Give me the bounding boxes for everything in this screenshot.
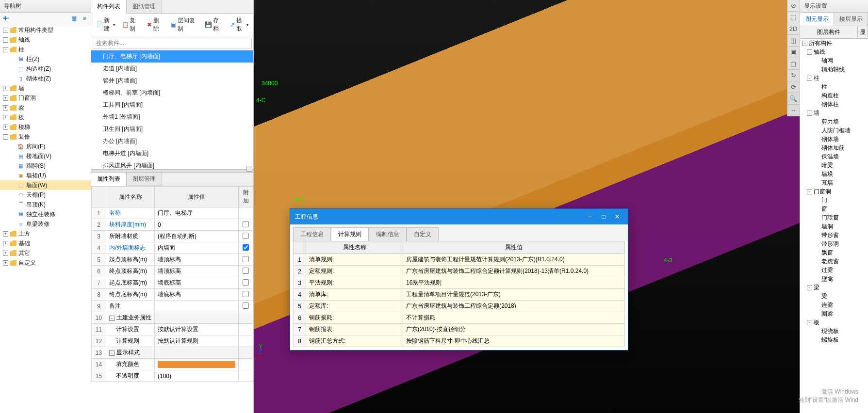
viewport-tool-button[interactable]: ↔ [787, 105, 799, 116]
display-tree-item[interactable]: 门联窗 [800, 213, 868, 222]
component-list-item[interactable]: 排风进风井 [内墙面] [91, 159, 253, 169]
property-checkbox[interactable] [243, 256, 249, 262]
property-value[interactable]: 墙底标高 [155, 277, 239, 289]
display-tree-item[interactable]: 飘窗 [800, 248, 868, 257]
property-tab[interactable]: 图层管理 [127, 173, 162, 186]
nav-tree-item[interactable]: +自定义 [0, 258, 91, 268]
property-row[interactable]: 13-显示样式 [92, 347, 253, 359]
expander-icon[interactable]: - [3, 47, 8, 52]
property-row[interactable]: 3所附墙材质(程序自动判断) [92, 231, 253, 242]
property-value[interactable]: 门厅、电梯厅 [155, 207, 239, 219]
property-row[interactable]: 4内/外墙面标志内墙面 [92, 242, 253, 254]
property-row[interactable]: 8终点底标高(m)墙底标高 [92, 289, 253, 301]
property-row[interactable]: 2块料厚度(mm)0 [92, 219, 253, 231]
expander-icon[interactable]: - [807, 49, 812, 55]
property-checkbox[interactable] [243, 221, 249, 227]
nav-tree-item[interactable]: -轴线 [0, 35, 91, 45]
viewport-tool-button[interactable]: ↻ [787, 70, 799, 81]
property-row[interactable]: 1名称门厅、电梯厅 [92, 207, 253, 219]
property-row[interactable]: 14填充颜色 [92, 359, 253, 370]
expander-icon[interactable]: + [3, 125, 8, 130]
property-value[interactable]: 0 [155, 219, 239, 231]
display-tree-item[interactable]: 连梁 [800, 301, 868, 309]
nav-tree-item[interactable]: +板 [0, 112, 91, 122]
expander-icon[interactable]: + [3, 105, 8, 111]
dialog-row[interactable]: 2定额规则:广东省房屋建筑与装饰工程综合定额计算规则(2018)-13清单(R1… [294, 266, 625, 277]
property-value[interactable] [155, 359, 239, 370]
display-tree-item[interactable]: 螺旋板 [800, 335, 868, 344]
display-tree-item[interactable]: 过梁 [800, 266, 868, 274]
expander-icon[interactable]: - [3, 28, 8, 33]
component-list-item[interactable]: 办公 [内墙面] [91, 135, 253, 147]
property-tab[interactable]: 属性列表 [91, 173, 127, 186]
display-tree-item[interactable]: 壁龛 [800, 274, 868, 283]
property-value[interactable]: 内墙面 [155, 242, 239, 254]
resize-bar[interactable] [91, 170, 253, 173]
viewport-tool-button[interactable]: ⬚ [787, 12, 799, 23]
display-tree-item[interactable]: 轴网 [800, 56, 868, 65]
display-tree-item[interactable]: 带形窗 [800, 231, 868, 239]
viewport-tool-button[interactable]: ◫ [787, 35, 799, 47]
nav-tree-item[interactable]: 🏛独立柱装修 [0, 209, 91, 219]
expander-icon[interactable]: + [3, 260, 8, 266]
display-tree-item[interactable]: -板 [800, 318, 868, 327]
property-checkbox[interactable] [243, 302, 249, 309]
property-row[interactable]: 7起点底标高(m)墙底标高 [92, 277, 253, 289]
nav-tree-item[interactable]: ◠天棚(P) [0, 190, 91, 200]
nav-tree-item[interactable]: -常用构件类型 [0, 25, 91, 35]
property-value[interactable] [155, 301, 239, 312]
toolbar-复制-button[interactable]: 📋复制 [119, 15, 142, 34]
expander-icon[interactable]: + [3, 251, 8, 256]
display-tree-item[interactable]: -门窗洞 [800, 187, 868, 196]
display-tree-item[interactable]: 带形洞 [800, 239, 868, 248]
display-tree-item[interactable]: 保温墙 [800, 152, 868, 161]
dialog-close-button[interactable]: ✕ [611, 212, 623, 222]
expand-icon[interactable]: - [109, 350, 115, 356]
dialog-row[interactable]: 3平法规则:16系平法规则 [294, 277, 625, 289]
dialog-tab[interactable]: 计算规则 [331, 227, 369, 241]
dialog-row[interactable]: 8钢筋汇总方式:按照钢筋下料尺寸-即中心线汇总 [294, 335, 625, 347]
expander-icon[interactable]: - [807, 320, 812, 325]
nav-tree-item[interactable]: -柱 [0, 45, 91, 54]
property-value[interactable]: 按默认计算规则 [155, 335, 239, 347]
expander-icon[interactable]: + [3, 95, 8, 101]
nav-tree-item[interactable]: 🏛柱(Z) [0, 54, 91, 64]
display-tree-item[interactable]: 门 [800, 196, 868, 205]
nav-tree-item[interactable]: ▔吊顶(K) [0, 200, 91, 209]
nav-tree-item[interactable]: ⬚构造柱(Z) [0, 64, 91, 74]
toolbar-删除-button[interactable]: ✖删除 [143, 15, 166, 34]
dialog-tab[interactable]: 工程信息 [293, 227, 331, 241]
nav-tool-grid-icon[interactable]: ▦ [69, 14, 79, 23]
property-value[interactable]: 按默认计算设置 [155, 324, 239, 335]
display-tree-item[interactable]: 墙垛 [800, 170, 868, 178]
dialog-row[interactable]: 6钢筋损耗:不计算损耗 [294, 312, 625, 324]
display-tree-item[interactable]: 梁 [800, 292, 868, 301]
property-value[interactable]: (100) [155, 370, 239, 382]
display-tree-item[interactable]: 人防门框墙 [800, 126, 868, 135]
nav-tree-item[interactable]: ▯砌体柱(Z) [0, 74, 91, 83]
dialog-titlebar[interactable]: 工程信息 ─ □ ✕ [290, 209, 628, 224]
viewport-tool-button[interactable]: 🔍 [787, 93, 799, 105]
property-checkbox[interactable] [243, 244, 249, 251]
3d-viewport[interactable]: 348004-C4-B4-3 Y Z X ⊘⬚2D◫▣▢↻⟳🔍↔ 工程信息 ─ … [254, 0, 800, 413]
property-value[interactable]: (程序自动判断) [155, 231, 239, 242]
nav-tree-item[interactable]: ≡单梁装修 [0, 219, 91, 229]
nav-tree-item[interactable]: ▢墙面(W) [0, 180, 91, 190]
display-tree-item[interactable]: 暗梁 [800, 161, 868, 170]
right-panel-tab[interactable]: 楼层显示 [834, 13, 868, 26]
display-tree-item[interactable]: -柱 [800, 74, 868, 82]
expander-icon[interactable]: - [3, 37, 8, 43]
property-value[interactable] [155, 312, 239, 324]
nav-tool-list-icon[interactable]: ≡ [80, 14, 89, 23]
nav-tree-item[interactable]: ▦踢脚(S) [0, 161, 91, 171]
component-list-item[interactable]: 走道 [内墙面] [91, 63, 253, 75]
property-row[interactable]: 9备注 [92, 301, 253, 312]
component-tab[interactable]: 构件列表 [91, 0, 127, 14]
property-checkbox[interactable] [243, 291, 249, 297]
nav-tree-item[interactable]: +其它 [0, 248, 91, 258]
display-tree-item[interactable]: 剪力墙 [800, 117, 868, 126]
display-tree-item[interactable]: -所有构件 [800, 39, 868, 48]
display-tree-item[interactable]: 构造柱 [800, 91, 868, 100]
display-tree-item[interactable]: 圈梁 [800, 309, 868, 318]
property-row[interactable]: 6终点顶标高(m)墙顶标高 [92, 266, 253, 277]
